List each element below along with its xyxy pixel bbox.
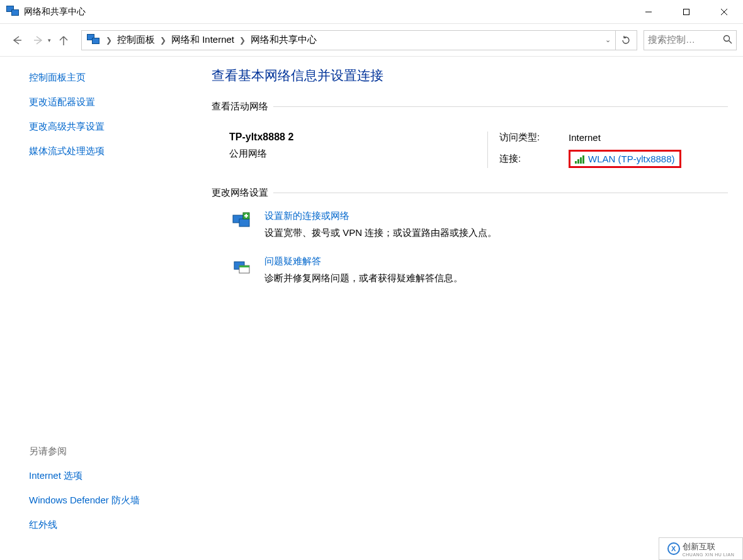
- page-title: 查看基本网络信息并设置连接: [212, 67, 728, 84]
- signal-icon: [575, 155, 584, 164]
- setting-item: 设置新的连接或网络 设置宽带、拨号或 VPN 连接；或设置路由器或接入点。: [230, 210, 728, 239]
- new-connection-link[interactable]: 设置新的连接或网络: [264, 210, 497, 222]
- content-area: 控制面板主页 更改适配器设置 更改高级共享设置 媒体流式处理选项 另请参阅 In…: [0, 57, 743, 560]
- active-networks-section-header: 查看活动网络: [212, 101, 728, 113]
- see-also-label: 另请参阅: [29, 445, 189, 457]
- connection-label: 连接:: [499, 153, 569, 165]
- nav-up-button[interactable]: [54, 30, 74, 50]
- see-also-internet-options[interactable]: Internet 选项: [29, 470, 189, 482]
- sidebar-link-home[interactable]: 控制面板主页: [29, 72, 189, 84]
- breadcrumb-item[interactable]: 控制面板: [113, 31, 159, 50]
- nav-forward-button[interactable]: [29, 30, 49, 50]
- main-panel: 查看基本网络信息并设置连接 查看活动网络 TP-yltx8888 2 公用网络 …: [200, 57, 743, 560]
- setting-item: 问题疑难解答 诊断并修复网络问题，或者获得疑难解答信息。: [230, 255, 728, 284]
- troubleshoot-desc: 诊断并修复网络问题，或者获得疑难解答信息。: [264, 272, 463, 283]
- breadcrumb-expand-button[interactable]: ⌄: [600, 36, 615, 44]
- nav-back-button[interactable]: [6, 30, 26, 50]
- sidebar-link-adapter[interactable]: 更改适配器设置: [29, 96, 189, 108]
- svg-rect-15: [239, 266, 249, 267]
- minimize-button[interactable]: [630, 0, 667, 23]
- close-button[interactable]: [705, 0, 743, 23]
- troubleshoot-icon: [230, 255, 253, 278]
- see-also-infrared[interactable]: 红外线: [29, 519, 189, 531]
- access-type-value: Internet: [569, 132, 728, 143]
- access-type-label: 访问类型:: [499, 132, 569, 143]
- troubleshoot-link[interactable]: 问题疑难解答: [264, 255, 463, 267]
- watermark: X 创新互联 CHUANG XIN HU LIAN: [659, 537, 743, 560]
- network-type: 公用网络: [229, 148, 487, 160]
- sidebar-link-media[interactable]: 媒体流式处理选项: [29, 145, 189, 157]
- svg-rect-9: [239, 219, 249, 227]
- change-settings-section-header: 更改网络设置: [212, 187, 728, 199]
- new-connection-desc: 设置宽带、拨号或 VPN 连接；或设置路由器或接入点。: [264, 227, 497, 238]
- wlan-connection-link[interactable]: WLAN (TP-yltx8888): [569, 150, 681, 168]
- search-icon[interactable]: [723, 35, 732, 46]
- breadcrumb-item[interactable]: 网络和共享中心: [247, 31, 320, 50]
- sidebar-link-sharing[interactable]: 更改高级共享设置: [29, 121, 189, 133]
- watermark-logo-icon: X: [667, 542, 680, 555]
- svg-rect-1: [684, 9, 689, 14]
- network-center-icon: [6, 6, 20, 18]
- sidebar: 控制面板主页 更改适配器设置 更改高级共享设置 媒体流式处理选项 另请参阅 In…: [0, 57, 200, 560]
- title-bar: 网络和共享中心: [0, 0, 743, 24]
- watermark-text: 创新互联: [683, 541, 715, 552]
- breadcrumb-item[interactable]: 网络和 Internet: [167, 31, 238, 50]
- maximize-button[interactable]: [667, 0, 705, 23]
- svg-point-6: [724, 35, 730, 41]
- window-title: 网络和共享中心: [24, 6, 86, 18]
- network-name: TP-yltx8888 2: [229, 132, 487, 143]
- nav-bar: ▾ ❯ 控制面板 ❯ 网络和 Internet ❯ 网络和共享中心 ⌄ 搜索控制…: [0, 24, 743, 57]
- breadcrumb[interactable]: ❯ 控制面板 ❯ 网络和 Internet ❯ 网络和共享中心 ⌄: [81, 30, 637, 50]
- chevron-right-icon[interactable]: ❯: [159, 36, 167, 45]
- chevron-right-icon[interactable]: ❯: [238, 36, 247, 45]
- new-connection-icon: [230, 210, 253, 233]
- see-also-section: 另请参阅 Internet 选项 Windows Defender 防火墙 红外…: [29, 445, 189, 549]
- chevron-right-icon[interactable]: ❯: [105, 36, 113, 45]
- search-input[interactable]: 搜索控制…: [644, 30, 737, 50]
- refresh-button[interactable]: [615, 31, 635, 50]
- breadcrumb-icon[interactable]: [83, 31, 105, 50]
- svg-line-7: [729, 40, 732, 43]
- nav-history-dropdown[interactable]: ▾: [48, 37, 51, 43]
- window-controls: [630, 0, 743, 23]
- watermark-subtext: CHUANG XIN HU LIAN: [683, 552, 735, 557]
- search-placeholder: 搜索控制…: [648, 34, 723, 46]
- active-network-row: TP-yltx8888 2 公用网络 访问类型: Internet 连接: WL…: [212, 124, 728, 187]
- see-also-defender-firewall[interactable]: Windows Defender 防火墙: [29, 495, 189, 507]
